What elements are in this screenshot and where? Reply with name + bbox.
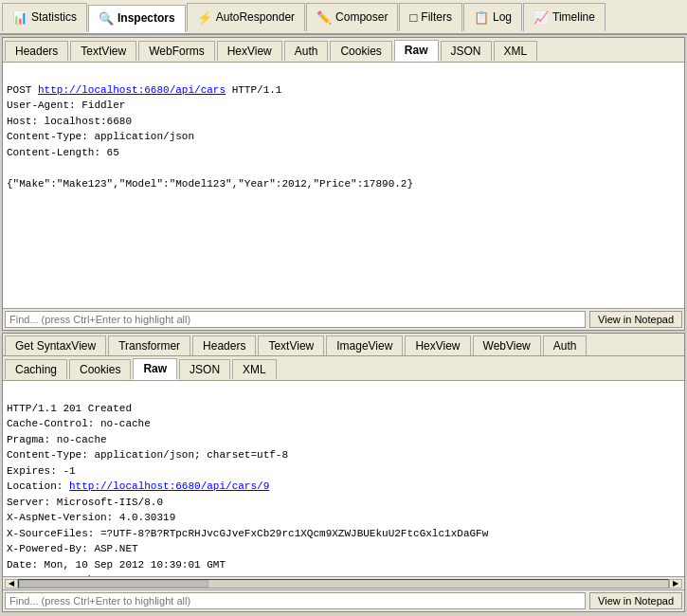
upper-tab-xml[interactable]: XML [494, 41, 538, 61]
lower-response-rest: Server: Microsoft-IIS/8.0 X-AspNet-Versi… [7, 497, 488, 577]
upper-tab-json[interactable]: JSON [441, 41, 492, 61]
upper-post-method: POST [7, 84, 38, 96]
log-icon: 📋 [474, 10, 489, 25]
autoresponder-icon: ⚡ [197, 10, 212, 25]
tab-timeline-label: Timeline [552, 10, 595, 24]
tab-composer[interactable]: ✏️ Composer [306, 3, 398, 31]
lower-tab-raw[interactable]: Raw [133, 358, 177, 380]
lower-tab-imageview[interactable]: ImageView [326, 335, 403, 355]
filters-icon: □ [409, 10, 417, 25]
upper-tab-auth[interactable]: Auth [284, 41, 329, 61]
tab-statistics-label: Statistics [31, 10, 77, 24]
upper-tab-textview[interactable]: TextView [70, 41, 136, 61]
lower-tab-auth[interactable]: Auth [543, 335, 588, 355]
lower-tab-json[interactable]: JSON [179, 359, 230, 379]
lower-content-area: HTTP/1.1 201 Created Cache-Control: no-c… [3, 381, 684, 576]
lower-find-bar: View in Notepad [3, 589, 684, 611]
lower-hscroll-bar: ◀ ▶ [3, 576, 684, 589]
upper-http-version: HTTP/1.1 User-Agent: Fiddler Host: local… [7, 84, 413, 190]
composer-icon: ✏️ [316, 10, 332, 25]
upper-tab-headers[interactable]: Headers [5, 41, 68, 61]
upper-section: Headers TextView WebForms HexView Auth C… [2, 37, 685, 331]
tab-statistics[interactable]: 📊 Statistics [2, 3, 87, 31]
hscroll-right-arrow[interactable]: ▶ [669, 579, 682, 589]
statistics-icon: 📊 [12, 10, 27, 25]
lower-tab-caching[interactable]: Caching [5, 359, 67, 379]
upper-post-url[interactable]: http://localhost:6680/api/cars [38, 84, 226, 96]
lower-section: Get SyntaxView Transformer Headers TextV… [2, 333, 685, 612]
upper-find-input[interactable] [5, 311, 586, 328]
upper-tab-webforms[interactable]: WebForms [138, 41, 214, 61]
lower-response-headers: HTTP/1.1 201 Created Cache-Control: no-c… [7, 403, 288, 493]
tab-log-label: Log [493, 10, 512, 24]
hscroll-track[interactable] [18, 579, 669, 589]
lower-sub-tabs-row2: Caching Cookies Raw JSON XML [3, 356, 684, 381]
tab-inspectors-label: Inspectors [118, 11, 175, 25]
upper-tab-cookies[interactable]: Cookies [330, 41, 391, 61]
lower-tab-headers[interactable]: Headers [192, 335, 256, 355]
lower-tab-webview[interactable]: WebView [473, 335, 541, 355]
tab-inspectors[interactable]: 🔍 Inspectors [88, 5, 186, 33]
upper-tab-raw[interactable]: Raw [394, 40, 439, 62]
lower-tab-getsyntaxview[interactable]: Get SyntaxView [5, 335, 106, 355]
upper-tab-hexview[interactable]: HexView [217, 41, 282, 61]
top-tab-bar: 📊 Statistics 🔍 Inspectors ⚡ AutoResponde… [0, 0, 687, 35]
tab-autoresponder[interactable]: ⚡ AutoResponder [187, 3, 305, 31]
lower-view-notepad-button[interactable]: View in Notepad [589, 592, 682, 609]
upper-sub-tabs: Headers TextView WebForms HexView Auth C… [3, 38, 684, 63]
lower-location-url[interactable]: http://localhost:6680/api/cars/9 [69, 480, 269, 492]
inspectors-icon: 🔍 [99, 11, 114, 26]
lower-sub-tabs-row1: Get SyntaxView Transformer Headers TextV… [3, 334, 684, 356]
tab-composer-label: Composer [335, 10, 388, 24]
tab-timeline[interactable]: 📈 Timeline [523, 3, 606, 31]
timeline-icon: 📈 [533, 10, 549, 25]
lower-tab-transformer[interactable]: Transformer [108, 335, 190, 355]
tab-autoresponder-label: AutoResponder [216, 10, 295, 24]
upper-view-notepad-button[interactable]: View in Notepad [589, 311, 682, 328]
tab-log[interactable]: 📋 Log [463, 3, 522, 31]
lower-tab-cookies[interactable]: Cookies [69, 359, 131, 379]
upper-find-bar: View in Notepad [3, 308, 684, 330]
lower-tab-xml[interactable]: XML [232, 359, 277, 379]
tab-filters[interactable]: □ Filters [399, 3, 462, 31]
lower-find-input[interactable] [5, 592, 586, 609]
lower-tab-textview[interactable]: TextView [258, 335, 324, 355]
hscroll-left-arrow[interactable]: ◀ [5, 579, 18, 589]
hscroll-thumb[interactable] [19, 580, 208, 588]
tab-filters-label: Filters [421, 10, 452, 24]
upper-content-area: POST http://localhost:6680/api/cars HTTP… [3, 63, 684, 308]
lower-tab-hexview[interactable]: HexView [405, 335, 470, 355]
